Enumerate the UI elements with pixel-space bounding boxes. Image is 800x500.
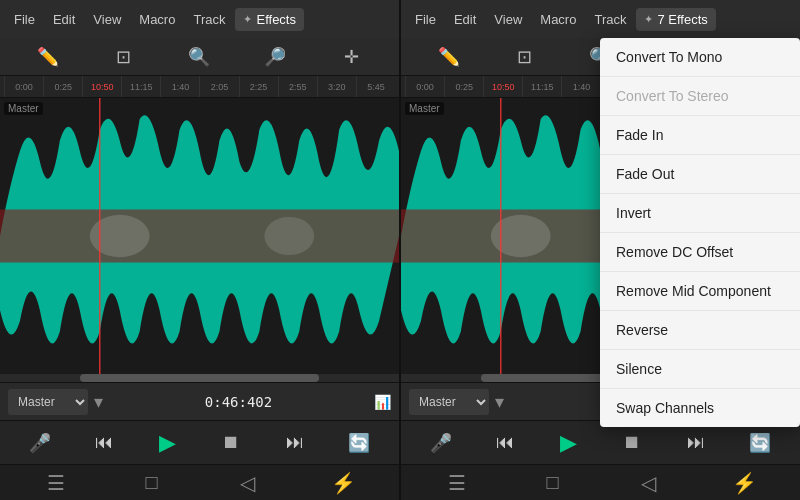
ruler-mark-1: 0:25 [43, 76, 82, 97]
right-menu-macro[interactable]: Macro [532, 8, 584, 31]
right-skip-back-btn[interactable]: ⏮ [488, 426, 522, 460]
left-dropdown-arrow[interactable]: ▾ [94, 391, 103, 413]
left-track-select[interactable]: Master [8, 389, 88, 415]
move-tool-btn[interactable]: ⊡ [108, 41, 140, 73]
left-record-btn[interactable]: 🎤 [23, 426, 57, 460]
ruler-mark-2: 10:50 [82, 76, 121, 97]
left-sys-home-icon[interactable]: □ [132, 468, 172, 498]
left-waveform-svg [0, 98, 399, 374]
left-waveform-container[interactable]: Master [0, 98, 399, 374]
left-panel: File Edit View Macro Track ✦ Effects ✏️ … [0, 0, 399, 500]
dropdown-convert-stereo: Convert To Stereo [600, 77, 800, 116]
right-stop-btn[interactable]: ⏹ [615, 426, 649, 460]
left-system-bar: ☰ □ ◁ ⚡ [0, 464, 399, 500]
right-pencil-tool-btn[interactable]: ✏️ [433, 41, 465, 73]
right-sys-back-icon[interactable]: ◁ [628, 468, 668, 498]
right-dropdown-arrow[interactable]: ▾ [495, 391, 504, 413]
svg-point-2 [90, 215, 150, 257]
right-play-btn[interactable]: ▶ [552, 426, 586, 460]
right-menu-view[interactable]: View [486, 8, 530, 31]
left-menu-track[interactable]: Track [185, 8, 233, 31]
left-sys-user-icon[interactable]: ⚡ [323, 468, 363, 498]
left-transport-bar: Master ▾ 0:46:402 📊 [0, 382, 399, 420]
right-menu-file[interactable]: File [407, 8, 444, 31]
left-menu-bar: File Edit View Macro Track ✦ Effects [0, 0, 399, 38]
left-effects-icon: ✦ [243, 13, 252, 26]
right-record-btn[interactable]: 🎤 [424, 426, 458, 460]
left-loop-btn[interactable]: 🔄 [342, 426, 376, 460]
right-panel: File Edit View Macro Track ✦ 7 Effects ✏… [401, 0, 800, 500]
left-controls-bar: 🎤 ⏮ ▶ ⏹ ⏭ 🔄 [0, 420, 399, 464]
left-scrollbar-thumb[interactable] [80, 374, 319, 382]
left-skip-back-btn[interactable]: ⏮ [87, 426, 121, 460]
left-play-btn[interactable]: ▶ [151, 426, 185, 460]
right-menu-bar: File Edit View Macro Track ✦ 7 Effects [401, 0, 800, 38]
right-ruler-mark-1: 0:25 [444, 76, 483, 97]
right-ruler-mark-4: 1:40 [561, 76, 600, 97]
svg-point-3 [264, 217, 314, 255]
zoom-out-btn[interactable]: 🔎 [259, 41, 291, 73]
left-menu-edit[interactable]: Edit [45, 8, 83, 31]
svg-rect-1 [0, 209, 399, 262]
dropdown-silence[interactable]: Silence [600, 350, 800, 389]
dropdown-remove-mid[interactable]: Remove Mid Component [600, 272, 800, 311]
right-menu-edit[interactable]: Edit [446, 8, 484, 31]
ruler-mark-5: 2:05 [199, 76, 238, 97]
dropdown-swap-channels[interactable]: Swap Channels [600, 389, 800, 427]
right-effects-icon: ✦ [644, 13, 653, 26]
dropdown-invert[interactable]: Invert [600, 194, 800, 233]
dropdown-fade-out[interactable]: Fade Out [600, 155, 800, 194]
right-loop-btn[interactable]: 🔄 [743, 426, 777, 460]
right-track-select[interactable]: Master [409, 389, 489, 415]
ruler-mark-9: 5:45 [356, 76, 395, 97]
left-menu-macro[interactable]: Macro [131, 8, 183, 31]
svg-point-7 [491, 215, 551, 257]
right-menu-track[interactable]: Track [586, 8, 634, 31]
ruler-mark-4: 1:40 [160, 76, 199, 97]
right-sys-user-icon[interactable]: ⚡ [724, 468, 764, 498]
left-time-display: 0:46:402 [205, 394, 272, 410]
left-waveform-view-icon[interactable]: 📊 [374, 394, 391, 410]
left-stop-btn[interactable]: ⏹ [214, 426, 248, 460]
ruler-mark-7: 2:55 [278, 76, 317, 97]
right-ruler-mark-0: 0:00 [405, 76, 444, 97]
pencil-tool-btn[interactable]: ✏️ [32, 41, 64, 73]
effects-dropdown-menu: Convert To Mono Convert To Stereo Fade I… [600, 38, 800, 427]
left-skip-forward-btn[interactable]: ⏭ [278, 426, 312, 460]
right-effects-label: 7 Effects [657, 12, 707, 27]
right-ruler-mark-2: 10:50 [483, 76, 522, 97]
zoom-in-btn[interactable]: 🔍 [183, 41, 215, 73]
ruler-mark-3: 11:15 [121, 76, 160, 97]
right-effects-button[interactable]: ✦ 7 Effects [636, 8, 715, 31]
right-skip-forward-btn[interactable]: ⏭ [679, 426, 713, 460]
left-toolbar: ✏️ ⊡ 🔍 🔎 ✛ [0, 38, 399, 76]
dropdown-convert-mono[interactable]: Convert To Mono [600, 38, 800, 77]
left-scrollbar[interactable] [0, 374, 399, 382]
left-sys-back-icon[interactable]: ◁ [227, 468, 267, 498]
left-menu-view[interactable]: View [85, 8, 129, 31]
left-sys-menu-icon[interactable]: ☰ [36, 468, 76, 498]
right-sys-menu-icon[interactable]: ☰ [437, 468, 477, 498]
left-timeline-ruler: 0:00 0:25 10:50 11:15 1:40 2:05 2:25 2:5… [0, 76, 399, 98]
right-system-bar: ☰ □ ◁ ⚡ [401, 464, 800, 500]
right-sys-home-icon[interactable]: □ [533, 468, 573, 498]
dropdown-fade-in[interactable]: Fade In [600, 116, 800, 155]
crosshair-btn[interactable]: ✛ [335, 41, 367, 73]
dropdown-remove-dc[interactable]: Remove DC Offset [600, 233, 800, 272]
left-effects-button[interactable]: ✦ Effects [235, 8, 304, 31]
dropdown-reverse[interactable]: Reverse [600, 311, 800, 350]
right-ruler-mark-3: 11:15 [522, 76, 561, 97]
ruler-mark-0: 0:00 [4, 76, 43, 97]
left-menu-file[interactable]: File [6, 8, 43, 31]
right-move-tool-btn[interactable]: ⊡ [509, 41, 541, 73]
left-effects-label: Effects [256, 12, 296, 27]
left-track-label: Master [4, 102, 43, 115]
right-track-label: Master [405, 102, 444, 115]
ruler-mark-8: 3:20 [317, 76, 356, 97]
ruler-mark-6: 2:25 [239, 76, 278, 97]
left-ruler-marks: 0:00 0:25 10:50 11:15 1:40 2:05 2:25 2:5… [4, 76, 395, 97]
